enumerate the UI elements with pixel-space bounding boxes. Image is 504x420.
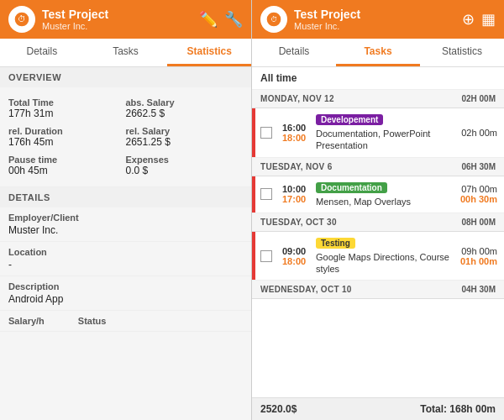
task-end-2: 17:00 (282, 194, 307, 204)
add-icon[interactable]: ⊕ (462, 12, 475, 27)
grid-icon[interactable]: ▦ (481, 12, 496, 27)
stat-expenses-label: Expenses (126, 155, 244, 165)
stat-rel-duration-value: 176h 45m (8, 136, 126, 148)
task-row-1: 16:00 18:00 Developement Documentation, … (252, 108, 504, 158)
detail-location: Location - (0, 242, 251, 276)
left-subtitle: Muster Inc. (42, 21, 192, 31)
right-panel: ⏱ Test Project Muster Inc. ⊕ ▦ Details T… (252, 0, 504, 420)
bottom-total: Total: 168h 00m (420, 403, 496, 415)
task-end-3: 18:00 (282, 256, 307, 266)
bottom-bar: 2520.0$ Total: 168h 00m (252, 397, 504, 420)
right-header: ⏱ Test Project Muster Inc. ⊕ ▦ (252, 0, 504, 39)
day-label-oct30: TUESDAY, OCT 30 (260, 218, 337, 227)
task-tag-1: Developement (316, 114, 383, 125)
task-durations-2: 07h 00m 00h 30m (454, 176, 504, 213)
checkbox-3[interactable] (260, 250, 272, 262)
task-start-3: 09:00 (282, 246, 307, 256)
checkbox-2[interactable] (260, 188, 272, 200)
task-row-2: 10:00 17:00 Documentation Mensen, Map Ov… (252, 176, 504, 213)
detail-location-value: - (8, 257, 243, 270)
details-section-header: DETAILS (0, 187, 251, 207)
right-header-actions: ⊕ ▦ (462, 12, 496, 27)
settings-icon[interactable]: 🔧 (224, 12, 243, 27)
detail-employer: Employer/Client Muster Inc. (0, 207, 251, 242)
svg-text:⏱: ⏱ (270, 15, 277, 24)
task-desc-1: Documentation, PowerPoint Presentation (316, 128, 451, 152)
day-header-oct30: TUESDAY, OCT 30 08H 00M (252, 213, 504, 232)
stat-abs-salary: abs. Salary 2662.5 $ (126, 94, 244, 123)
day-total-nov6: 06H 30M (461, 162, 496, 171)
task-desc-3: Google Maps Directions, Course styles (316, 251, 450, 276)
task-checkbox-2[interactable] (255, 176, 277, 213)
left-tab-statistics[interactable]: Statistics (167, 39, 251, 66)
task-checkbox-3[interactable] (255, 232, 277, 281)
stat-pause-time: Pause time 00h 45m (8, 151, 126, 180)
task-tag-2: Documentation (316, 182, 387, 193)
right-tab-details[interactable]: Details (252, 39, 336, 66)
task-dur1-1: 02h 00m (461, 128, 497, 138)
detail-employer-label: Employer/Client (8, 213, 243, 223)
filter-bar: All time (252, 67, 504, 90)
stat-rel-salary: rel. Salary 2651.25 $ (126, 123, 244, 151)
stat-expenses: Expenses 0.0 $ (126, 151, 244, 180)
stat-total-time-value: 177h 31m (8, 108, 126, 119)
task-main-1: Developement Documentation, PowerPoint P… (312, 108, 454, 157)
filter-label: All time (260, 72, 297, 84)
stat-total-time: Total Time 177h 31m (8, 94, 126, 123)
right-tabs: Details Tasks Statistics (252, 39, 504, 67)
stat-rel-duration: rel. Duration 176h 45m (8, 123, 126, 151)
task-time-3: 09:00 18:00 (277, 232, 312, 281)
stat-abs-salary-value: 2662.5 $ (126, 108, 244, 119)
task-tag-3: Testing (316, 238, 355, 249)
day-total-oct10: 04H 30M (461, 285, 496, 294)
overview-section-header: OVERVIEW (0, 67, 251, 87)
task-durations-1: 02h 00m (454, 108, 504, 157)
task-dur1-2: 07h 00m (461, 184, 497, 194)
day-label-nov12: MONDAY, NOV 12 (260, 94, 334, 103)
detail-employer-value: Muster Inc. (8, 223, 243, 236)
task-dur2-3: 01h 00m (460, 256, 497, 266)
left-header-actions: ✏️ 🔧 (199, 12, 243, 27)
right-project-icon: ⏱ (260, 6, 287, 33)
right-tab-statistics[interactable]: Statistics (420, 39, 504, 66)
task-dur2-2: 00h 30m (460, 194, 497, 204)
detail-description-value: Android App (8, 291, 243, 305)
left-tabs: Details Tasks Statistics (0, 39, 251, 67)
stat-pause-time-label: Pause time (8, 155, 126, 165)
right-tab-tasks[interactable]: Tasks (336, 39, 420, 66)
left-panel: ⏱ Test Project Muster Inc. ✏️ 🔧 Details … (0, 0, 252, 420)
task-time-1: 16:00 18:00 (277, 108, 312, 157)
task-dur1-3: 09h 00m (461, 246, 497, 256)
left-content: OVERVIEW Total Time 177h 31m abs. Salary… (0, 67, 251, 420)
task-start-1: 16:00 (282, 123, 307, 133)
day-label-oct10: WEDNESDAY, OCT 10 (260, 285, 352, 294)
task-time-2: 10:00 17:00 (277, 176, 312, 213)
day-header-nov12: MONDAY, NOV 12 02H 00M (252, 90, 504, 108)
left-tab-details[interactable]: Details (0, 39, 84, 66)
day-total-nov12: 02H 00M (461, 94, 496, 103)
right-subtitle: Muster Inc. (294, 21, 455, 31)
left-title: Test Project (42, 8, 192, 22)
detail-salary-label: Salary/h (8, 316, 45, 326)
stat-rel-salary-label: rel. Salary (126, 126, 244, 136)
left-project-icon: ⏱ (8, 6, 35, 33)
detail-description-label: Description (8, 281, 243, 291)
left-tab-tasks[interactable]: Tasks (84, 39, 168, 66)
day-total-oct30: 08H 00M (461, 218, 496, 227)
stat-total-time-label: Total Time (8, 97, 126, 108)
checkbox-1[interactable] (260, 127, 272, 139)
task-list: MONDAY, NOV 12 02H 00M 16:00 18:00 Devel… (252, 90, 504, 397)
task-row-3: 09:00 18:00 Testing Google Maps Directio… (252, 232, 504, 281)
left-header-text: Test Project Muster Inc. (42, 8, 192, 32)
task-checkbox-1[interactable] (255, 108, 277, 157)
edit-icon[interactable]: ✏️ (199, 12, 218, 27)
detail-salary-status: Salary/h Status (0, 311, 251, 332)
stat-rel-duration-label: rel. Duration (8, 126, 126, 136)
stat-expenses-value: 0.0 $ (126, 165, 244, 176)
task-desc-2: Mensen, Map Overlays (316, 196, 450, 207)
stat-rel-salary-value: 2651.25 $ (126, 136, 244, 148)
right-header-text: Test Project Muster Inc. (294, 8, 455, 32)
svg-text:⏱: ⏱ (18, 14, 26, 24)
task-durations-3: 09h 00m 01h 00m (454, 232, 504, 281)
task-end-1: 18:00 (282, 133, 307, 143)
